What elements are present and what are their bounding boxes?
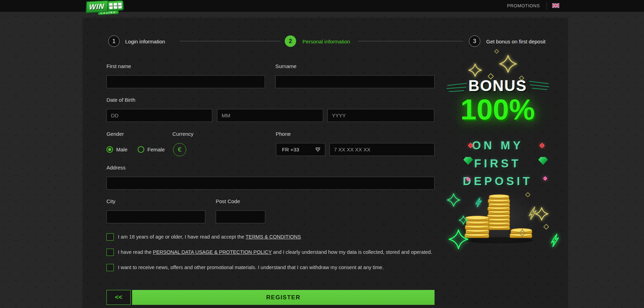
step-1-circle: 1 (108, 35, 120, 47)
gender-male-label: Male (116, 147, 128, 152)
marketing-checkbox[interactable] (106, 264, 114, 271)
dob-day-input[interactable] (106, 109, 212, 122)
agreement-row-privacy: I have read the PERSONAL DATA USAGE & PR… (106, 249, 450, 256)
terms-conditions-link[interactable]: TERMS & CONDITIONS (246, 234, 301, 240)
logo-win-text: WIN (86, 0, 109, 13)
bonus-amount: 100% (446, 96, 550, 124)
dob-year-input[interactable] (327, 109, 434, 122)
post-code-input[interactable] (216, 210, 265, 223)
radio-selected-icon (106, 146, 113, 153)
country-code-value: FR +33 (282, 147, 299, 152)
address-input[interactable] (106, 177, 435, 190)
surname-label: Surname (275, 63, 297, 69)
site-logo[interactable]: WIN CASINO (86, 0, 124, 16)
topbar-divider (547, 2, 547, 10)
terms-text: I am 18 years of age or older, I have re… (118, 233, 301, 241)
city-label: City (106, 198, 115, 204)
gender-label: Gender (106, 131, 124, 137)
agreement-row-terms: I am 18 years of age or older, I have re… (106, 233, 436, 241)
chevron-down-icon (315, 147, 321, 152)
step-3-label: Get bonus on first deposit (486, 39, 546, 44)
step-2-circle: 2 (285, 35, 296, 47)
agreement-row-marketing: I want to receive news, offers and other… (106, 264, 450, 271)
slot-machine-icon (107, 0, 124, 11)
post-code-label: Post Code (216, 198, 240, 204)
privacy-text-suffix: and I clearly understand how my data is … (272, 249, 432, 255)
dob-label: Date of Birth (106, 97, 135, 103)
city-input[interactable] (106, 210, 205, 223)
registration-page: PROMOTIONS WIN CASINO 1 Login informatio… (0, 0, 644, 308)
surname-input[interactable] (275, 75, 435, 88)
uk-flag-icon[interactable] (552, 3, 559, 8)
phone-country-select[interactable]: FR +33 (276, 143, 325, 156)
euro-currency-icon: € (173, 143, 186, 156)
marketing-text: I want to receive news, offers and other… (118, 264, 384, 271)
step-2-label: Personal information (302, 39, 350, 44)
phone-number-input[interactable] (329, 143, 435, 156)
privacy-text: I have read the PERSONAL DATA USAGE & PR… (118, 249, 432, 256)
bonus-line-on-my: ON MY (451, 139, 544, 152)
privacy-text-prefix: I have read the (118, 249, 153, 255)
terms-checkbox[interactable] (106, 233, 114, 241)
radio-unselected-icon (138, 146, 144, 153)
phone-label: Phone (276, 131, 291, 137)
register-button[interactable]: REGISTER (132, 290, 435, 305)
step-1-label: Login information (125, 39, 165, 44)
sparkle-stars-bottom (444, 188, 562, 259)
back-button[interactable]: << (106, 290, 131, 305)
dob-month-input[interactable] (217, 109, 323, 122)
marketing-text-body: I want to receive news, offers and other… (118, 265, 384, 270)
bonus-line-deposit: DEPOSIT (451, 175, 544, 188)
address-label: Address (106, 165, 126, 170)
step-3-circle: 3 (469, 35, 480, 47)
privacy-policy-link[interactable]: PERSONAL DATA USAGE & PROTECTION POLICY (153, 249, 272, 255)
bonus-title: BONUS (449, 77, 546, 94)
gender-radio-female[interactable]: Female (138, 146, 165, 153)
privacy-checkbox[interactable] (106, 249, 114, 256)
step-connector (358, 41, 463, 41)
first-name-label: First name (106, 63, 131, 69)
gender-female-label: Female (147, 147, 165, 152)
gender-radio-male[interactable]: Male (106, 146, 128, 153)
first-name-input[interactable] (106, 75, 265, 88)
promotions-link[interactable]: PROMOTIONS (507, 3, 540, 8)
terms-text-prefix: I am 18 years of age or older, I have re… (118, 234, 246, 240)
currency-label: Currency (172, 131, 194, 137)
step-connector (180, 41, 280, 41)
